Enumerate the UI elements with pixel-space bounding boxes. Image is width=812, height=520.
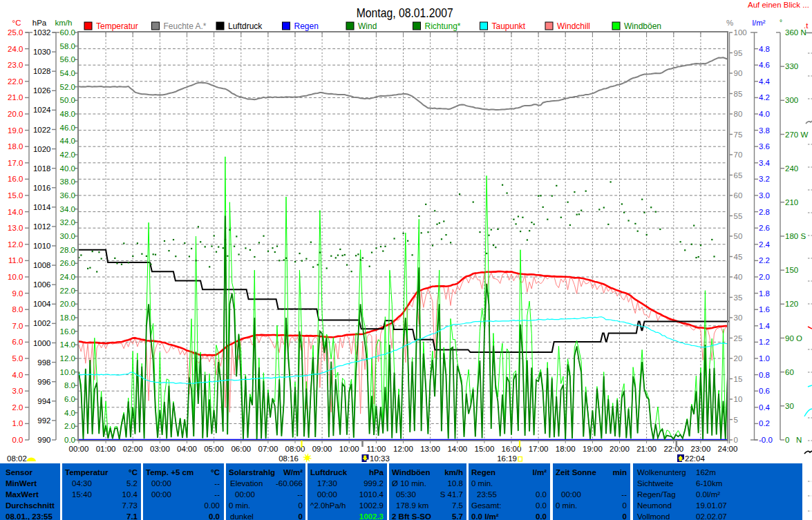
svg-text:19:00: 19:00 — [583, 445, 603, 453]
svg-text:°C: °C — [12, 19, 21, 27]
svg-text:N: N — [796, 436, 802, 444]
svg-text:20:00: 20:00 — [610, 445, 630, 453]
svg-text:20: 20 — [734, 354, 743, 363]
svg-text:18.0: 18.0 — [60, 314, 75, 322]
svg-text:^2.0hPa/h: ^2.0hPa/h — [310, 501, 346, 510]
svg-text:0.0: 0.0 — [12, 436, 23, 444]
svg-text:40.0: 40.0 — [60, 164, 75, 173]
svg-text:32.0: 32.0 — [60, 218, 75, 227]
svg-text:Montag, 08.01.2007: Montag, 08.01.2007 — [357, 6, 453, 20]
svg-text:0 min.: 0 min. — [471, 479, 493, 488]
svg-text:0: 0 — [623, 501, 627, 510]
svg-text:6-10km: 6-10km — [696, 479, 722, 488]
svg-text:2.0: 2.0 — [64, 422, 75, 430]
svg-text:38.0: 38.0 — [60, 177, 75, 186]
svg-text:Feuchte A.*: Feuchte A.* — [164, 21, 207, 31]
svg-text:Temperatur: Temperatur — [65, 468, 108, 476]
svg-text:11:00: 11:00 — [366, 445, 386, 453]
svg-text:994: 994 — [37, 397, 51, 405]
svg-text:%: % — [726, 19, 733, 27]
svg-text:.t: .t — [804, 21, 809, 30]
svg-text:Sensor: Sensor — [6, 468, 33, 476]
svg-text:10: 10 — [734, 395, 743, 403]
svg-text:2.6: 2.6 — [759, 224, 770, 232]
svg-text:50.0: 50.0 — [60, 96, 75, 104]
svg-text:20.0: 20.0 — [60, 300, 75, 308]
svg-text:5.7: 5.7 — [452, 512, 463, 520]
svg-text:7.5: 7.5 — [452, 501, 463, 510]
svg-text:1014: 1014 — [33, 203, 51, 211]
svg-text:34.0: 34.0 — [60, 205, 75, 213]
svg-text:24.0: 24.0 — [8, 45, 23, 53]
svg-text:992: 992 — [37, 416, 50, 425]
svg-text:10:33: 10:33 — [370, 454, 390, 463]
svg-text:120: 120 — [785, 300, 798, 308]
svg-text:1010: 1010 — [33, 242, 51, 250]
svg-text:Durchschnitt: Durchschnitt — [6, 501, 55, 510]
svg-text:10.8: 10.8 — [448, 479, 463, 488]
svg-text:05:30: 05:30 — [396, 490, 416, 499]
svg-text:70: 70 — [734, 151, 743, 159]
svg-text:990: 990 — [37, 436, 50, 444]
svg-text:0.2: 0.2 — [759, 419, 770, 427]
svg-text:Neumond: Neumond — [637, 501, 672, 510]
svg-text:2.0: 2.0 — [12, 403, 23, 412]
svg-text:1.4: 1.4 — [759, 322, 771, 330]
svg-text:0: 0 — [299, 512, 303, 520]
svg-text:54.0: 54.0 — [60, 69, 75, 77]
svg-text:0.4: 0.4 — [759, 403, 771, 412]
svg-text:90 O: 90 O — [785, 334, 802, 343]
svg-text:09:00: 09:00 — [312, 445, 332, 453]
svg-text:4.8: 4.8 — [759, 45, 770, 53]
svg-text:46.0: 46.0 — [60, 124, 75, 132]
svg-text:00:00: 00:00 — [69, 445, 89, 453]
svg-text:6.0: 6.0 — [64, 395, 75, 403]
svg-text:1.2: 1.2 — [759, 338, 770, 346]
svg-text:Vollmond: Vollmond — [637, 512, 670, 520]
svg-text:00:00: 00:00 — [235, 490, 255, 499]
svg-text:1000: 1000 — [33, 339, 51, 347]
svg-text:00:00: 00:00 — [151, 490, 171, 499]
svg-text:--: -- — [621, 490, 627, 499]
svg-text:22:04: 22:04 — [685, 454, 705, 463]
svg-text:12.0: 12.0 — [60, 354, 75, 363]
svg-text:1018: 1018 — [33, 164, 51, 173]
svg-text:0.0 l/m²: 0.0 l/m² — [471, 512, 499, 520]
svg-text:23:00: 23:00 — [691, 445, 711, 453]
svg-text:7.0: 7.0 — [12, 322, 23, 330]
svg-text:4.0: 4.0 — [64, 409, 75, 417]
svg-text:75: 75 — [734, 131, 743, 139]
svg-text:00:00: 00:00 — [151, 479, 171, 488]
svg-text:35: 35 — [734, 293, 743, 302]
svg-text:Windböen: Windböen — [392, 468, 430, 476]
svg-text:22.0: 22.0 — [8, 77, 23, 86]
svg-text:24.0: 24.0 — [60, 273, 75, 281]
svg-text:17:30: 17:30 — [317, 479, 337, 488]
svg-text:14:00: 14:00 — [447, 445, 467, 453]
svg-text:14.0: 14.0 — [8, 208, 23, 216]
svg-text:km/h: km/h — [55, 19, 73, 27]
svg-text:240: 240 — [785, 164, 798, 173]
svg-text:15.0: 15.0 — [8, 191, 23, 200]
svg-text:02:00: 02:00 — [123, 445, 143, 453]
svg-text:12.0: 12.0 — [8, 240, 23, 249]
svg-text:Windchill: Windchill — [557, 21, 590, 31]
svg-text:--: -- — [214, 490, 220, 499]
svg-text:0: 0 — [299, 501, 303, 510]
svg-text:dunkel: dunkel — [230, 512, 254, 520]
svg-text:1030: 1030 — [33, 48, 51, 56]
svg-text:17:00: 17:00 — [529, 445, 549, 453]
svg-text:25.0: 25.0 — [8, 28, 23, 37]
svg-text:4.0: 4.0 — [12, 371, 23, 379]
svg-text:19.01.07: 19.01.07 — [696, 501, 727, 510]
svg-text:999.2: 999.2 — [363, 479, 384, 488]
svg-text:00:00: 00:00 — [561, 490, 581, 499]
svg-text:9.0: 9.0 — [12, 289, 23, 298]
svg-text:30: 30 — [734, 314, 743, 322]
svg-text:1028: 1028 — [33, 67, 51, 75]
svg-text:998: 998 — [37, 358, 50, 367]
svg-text:08:16: 08:16 — [278, 454, 299, 463]
svg-text:60.0: 60.0 — [60, 28, 75, 37]
svg-text:06:00: 06:00 — [231, 445, 251, 453]
svg-text:-0.0: -0.0 — [759, 436, 773, 444]
